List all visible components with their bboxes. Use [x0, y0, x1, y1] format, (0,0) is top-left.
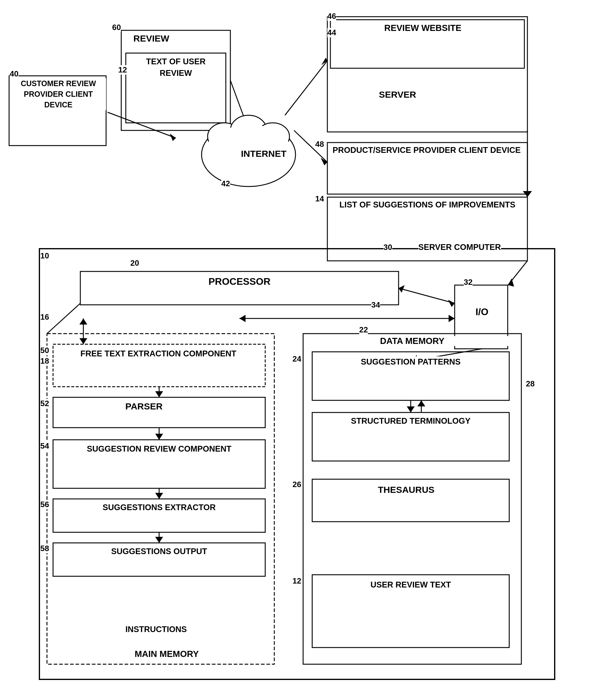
svg-point-63	[233, 119, 264, 145]
label-28: 28	[526, 379, 535, 388]
label-56: 56	[40, 500, 49, 509]
product-service-label: PRODUCT/SERVICE PROVIDER CLIENT DEVICE	[329, 145, 525, 156]
label-26: 26	[292, 480, 301, 489]
label-58: 58	[40, 544, 49, 553]
customer-device-label: CUSTOMER REVIEW PROVIDER CLIENT DEVICE	[10, 78, 106, 110]
svg-line-31	[508, 261, 528, 285]
server-label: SERVER	[379, 89, 416, 100]
instructions-label: INSTRUCTIONS	[73, 625, 239, 634]
svg-line-33	[47, 303, 80, 333]
suggestion-review-label: SUGGESTION REVIEW COMPONENT	[61, 443, 258, 455]
suggestions-output-label: SUGGESTIONS OUTPUT	[76, 547, 243, 556]
svg-marker-24	[246, 133, 256, 138]
label-12-top: 12	[118, 65, 127, 75]
review-title: REVIEW	[133, 33, 169, 44]
svg-line-25	[285, 61, 328, 115]
svg-marker-56	[155, 537, 163, 543]
label-50: 50	[40, 346, 49, 355]
label-18: 18	[40, 356, 49, 366]
label-14: 14	[315, 194, 324, 204]
label-40: 40	[10, 69, 19, 79]
svg-line-23	[230, 80, 252, 138]
svg-marker-52	[155, 434, 163, 440]
label-20: 20	[130, 259, 139, 268]
svg-marker-26	[321, 58, 328, 65]
review-website-label: REVIEW WEBSITE	[351, 22, 494, 34]
svg-marker-50	[155, 391, 163, 397]
diagram-container: 60 REVIEW TEXT OF USER REVIEW 12 REVIEW …	[0, 0, 595, 700]
label-60: 60	[112, 23, 121, 32]
svg-marker-28	[321, 158, 328, 165]
svg-rect-10	[47, 333, 274, 664]
data-memory-label: DATA MEMORY	[306, 336, 518, 346]
label-52: 52	[40, 399, 49, 408]
svg-marker-46	[407, 406, 415, 412]
label-46: 46	[328, 11, 336, 21]
svg-marker-48	[417, 400, 425, 406]
io-label: I/O	[464, 306, 500, 318]
svg-line-34	[399, 288, 455, 303]
svg-marker-39	[239, 315, 246, 322]
label-48: 48	[315, 139, 324, 149]
svg-point-62	[210, 127, 239, 150]
label-34: 34	[371, 300, 380, 309]
free-text-label: FREE TEXT EXTRACTION COMPONENT	[58, 348, 259, 360]
svg-rect-16	[303, 333, 521, 664]
svg-marker-41	[79, 338, 87, 344]
svg-marker-36	[399, 285, 405, 293]
label-54: 54	[40, 441, 49, 451]
text-user-review: TEXT OF USER REVIEW	[130, 56, 221, 79]
thesaurus-label: THESAURUS	[364, 485, 449, 495]
label-30: 30	[384, 243, 392, 252]
label-44: 44	[328, 28, 336, 37]
label-22: 22	[359, 325, 368, 334]
label-16: 16	[40, 313, 49, 322]
internet-label: INTERNET	[233, 149, 294, 159]
svg-marker-32	[508, 278, 514, 287]
svg-marker-30	[523, 191, 532, 197]
label-12-bot: 12	[292, 576, 301, 586]
list-suggestions-label: LIST OF SUGGESTIONS OF IMPROVEMENTS	[331, 199, 525, 211]
parser-label: PARSER	[106, 401, 182, 411]
server-computer-label: SERVER COMPUTER	[418, 243, 501, 252]
main-memory-label: MAIN MEMORY	[68, 649, 265, 659]
svg-marker-35	[448, 300, 455, 307]
svg-point-60	[256, 123, 289, 150]
user-review-text-label: USER REVIEW TEXT	[318, 579, 503, 591]
svg-rect-4	[121, 30, 230, 130]
label-42: 42	[221, 179, 230, 188]
suggestion-patterns-label: SUGGESTION PATTERNS	[318, 356, 503, 368]
suggestions-extractor-label: SUGGESTIONS EXTRACTOR	[70, 503, 249, 512]
svg-marker-38	[449, 315, 455, 322]
processor-label: PROCESSOR	[148, 276, 331, 287]
label-10: 10	[40, 251, 49, 261]
svg-point-64	[258, 127, 287, 150]
label-32: 32	[464, 277, 473, 287]
svg-marker-42	[79, 319, 87, 325]
structured-terminology-label: STRUCTURED TERMINOLOGY	[318, 415, 503, 427]
svg-marker-54	[155, 493, 163, 499]
svg-marker-22	[170, 133, 176, 141]
label-24: 24	[292, 354, 301, 364]
svg-line-21	[108, 112, 176, 138]
svg-point-59	[230, 115, 267, 145]
svg-point-58	[208, 123, 241, 150]
